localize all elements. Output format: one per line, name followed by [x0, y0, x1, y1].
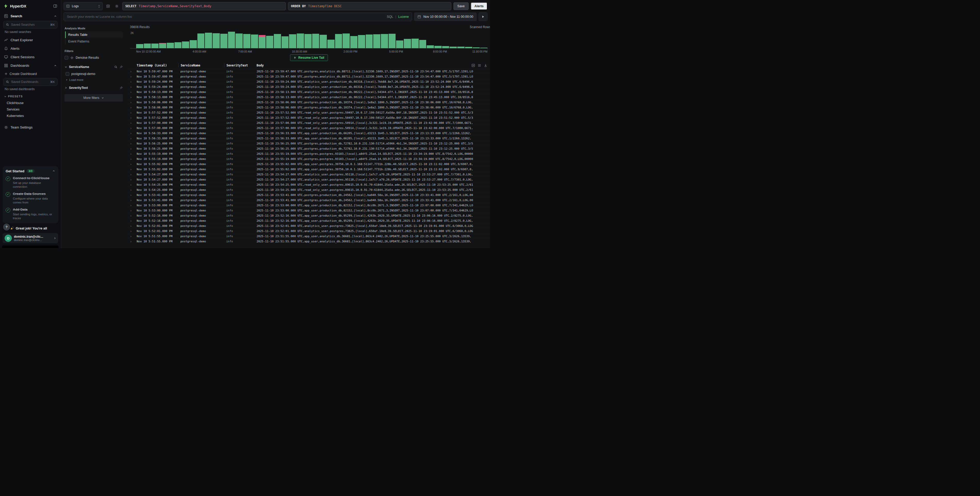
table-row[interactable]: ›Nov 10 5:53:41.000 PMpostgresql-demoinf…: [128, 192, 490, 198]
mode-results-table[interactable]: Results Table: [65, 32, 123, 38]
histogram-bar[interactable]: [213, 32, 220, 48]
histogram-bar[interactable]: [151, 32, 159, 48]
more-filters-button[interactable]: More filters: [65, 94, 123, 102]
date-range-picker[interactable]: Nov 10 00:00:00 - Nov 11 00:00:00: [414, 12, 477, 21]
column-timestamp[interactable]: Timestamp (Local): [135, 63, 178, 67]
row-expand-icon[interactable]: ›: [128, 126, 135, 130]
table-row[interactable]: ›Nov 10 5:56:25.000 PMpostgresql-demoinf…: [128, 146, 490, 151]
histogram-bar[interactable]: [297, 32, 304, 48]
histogram-bar[interactable]: [404, 32, 411, 48]
download-icon[interactable]: [484, 64, 487, 67]
get-started-header[interactable]: Get Started 3/3: [6, 169, 55, 173]
sidebar-item-alerts[interactable]: Alerts: [3, 44, 58, 53]
row-expand-icon[interactable]: ›: [128, 214, 135, 218]
sidebar-item-services[interactable]: Services: [3, 106, 58, 113]
table-row[interactable]: ›Nov 10 5:53:41.000 PMpostgresql-demoinf…: [128, 198, 490, 203]
create-dashboard-button[interactable]: Create Dashboard: [3, 70, 58, 78]
histogram-bar[interactable]: [342, 32, 350, 48]
row-expand-icon[interactable]: ›: [128, 121, 135, 125]
row-expand-icon[interactable]: ›: [128, 147, 135, 151]
sidebar-item-clickhouse[interactable]: ClickHouse: [3, 100, 58, 106]
filter-checkbox[interactable]: [65, 72, 69, 76]
table-row[interactable]: ›Nov 10 5:52:01.000 PMpostgresql-demoinf…: [128, 228, 490, 234]
select-columns-input[interactable]: SELECT Timestamp,ServiceName,SeverityTex…: [122, 2, 286, 10]
row-expand-icon[interactable]: ›: [128, 132, 135, 135]
table-row[interactable]: ›Nov 10 5:58:13.000 PMpostgresql-demoinf…: [128, 94, 490, 100]
table-row[interactable]: ›Nov 10 5:54:27.000 PMpostgresql-demoinf…: [128, 177, 490, 182]
histogram-bar[interactable]: [480, 32, 487, 48]
table-row[interactable]: ›Nov 10 5:55:02.000 PMpostgresql-demoinf…: [128, 161, 490, 167]
user-menu[interactable]: D dominic.tran@clic... dominic.tran@clic…: [3, 233, 58, 243]
table-row[interactable]: ›Nov 10 5:54:27.000 PMpostgresql-demoinf…: [128, 172, 490, 177]
denoise-checkbox[interactable]: [65, 56, 68, 59]
histogram-bar[interactable]: [182, 32, 189, 48]
table-row[interactable]: ›Nov 10 5:58:13.000 PMpostgresql-demoinf…: [128, 89, 490, 94]
row-expand-icon[interactable]: ›: [128, 240, 135, 243]
histogram-bar[interactable]: [190, 32, 197, 48]
event-search-box[interactable]: SQL | Lucene: [64, 12, 412, 21]
pin-icon[interactable]: [120, 86, 123, 89]
histogram-bar[interactable]: [442, 32, 449, 48]
table-row[interactable]: ›Nov 10 5:57:52.000 PMpostgresql-demoinf…: [128, 110, 490, 115]
row-expand-icon[interactable]: ›: [128, 157, 135, 161]
row-expand-icon[interactable]: ›: [128, 219, 135, 223]
filter-group-servicename[interactable]: ServiceName: [65, 63, 123, 70]
table-row[interactable]: ›Nov 10 5:56:33.000 PMpostgresql-demoinf…: [128, 136, 490, 141]
row-density-icon[interactable]: [478, 64, 481, 67]
sidebar-item-team-settings[interactable]: Team Settings: [3, 123, 58, 132]
source-settings-button[interactable]: [113, 3, 120, 10]
source-select[interactable]: Logs: [64, 2, 103, 10]
row-expand-icon[interactable]: ›: [128, 234, 135, 238]
table-row[interactable]: ›Nov 10 5:57:52.000 PMpostgresql-demoinf…: [128, 115, 490, 120]
row-expand-icon[interactable]: ›: [128, 199, 135, 202]
resume-live-tail-button[interactable]: Resume Live Tail: [290, 54, 328, 61]
column-severitytext[interactable]: SeverityText: [224, 63, 255, 67]
search-icon[interactable]: [114, 65, 117, 69]
histogram-bar[interactable]: [358, 32, 365, 48]
order-by-input[interactable]: ORDER BY TimestampTime DESC: [288, 2, 452, 10]
table-row[interactable]: ›Nov 10 5:59:24.000 PMpostgresql-demoinf…: [128, 84, 490, 89]
histogram-bar[interactable]: [175, 32, 182, 48]
table-row[interactable]: ›Nov 10 5:59:47.000 PMpostgresql-demoinf…: [128, 69, 490, 74]
row-expand-icon[interactable]: ›: [128, 163, 135, 166]
histogram-bar[interactable]: [259, 32, 266, 48]
sidebar-item-dashboards[interactable]: Dashboards: [3, 61, 58, 70]
table-row[interactable]: ›Nov 10 5:58:06.000 PMpostgresql-demoinf…: [128, 105, 490, 110]
row-expand-icon[interactable]: ›: [128, 230, 135, 233]
row-expand-icon[interactable]: ›: [128, 193, 135, 197]
histogram-bar[interactable]: [373, 32, 380, 48]
row-expand-icon[interactable]: ›: [128, 80, 135, 84]
histogram-bar[interactable]: [312, 32, 320, 48]
edit-source-button[interactable]: [105, 3, 111, 10]
histogram-bar[interactable]: [350, 32, 358, 48]
table-row[interactable]: ›Nov 10 5:58:06.000 PMpostgresql-demoinf…: [128, 100, 490, 105]
histogram-bar[interactable]: [266, 32, 273, 48]
table-row[interactable]: ›Nov 10 5:55:19.000 PMpostgresql-demoinf…: [128, 156, 490, 161]
histogram-bar[interactable]: [427, 32, 434, 48]
histogram-bar[interactable]: [205, 32, 212, 48]
table-row[interactable]: ›Nov 10 5:59:24.000 PMpostgresql-demoinf…: [128, 79, 490, 84]
histogram-bar[interactable]: [144, 32, 151, 48]
row-expand-icon[interactable]: ›: [128, 224, 135, 228]
row-expand-icon[interactable]: ›: [128, 70, 135, 73]
table-settings-icon[interactable]: [471, 64, 475, 67]
row-expand-icon[interactable]: ›: [128, 178, 135, 182]
presets-section-header[interactable]: PRESETS: [3, 93, 58, 100]
row-expand-icon[interactable]: ›: [128, 75, 135, 78]
row-expand-icon[interactable]: ›: [128, 137, 135, 140]
histogram-bar[interactable]: [412, 32, 419, 48]
table-row[interactable]: ›Nov 10 5:54:25.000 PMpostgresql-demoinf…: [128, 182, 490, 187]
table-row[interactable]: ›Nov 10 5:53:00.000 PMpostgresql-demoinf…: [128, 208, 490, 213]
histogram-bar[interactable]: [197, 32, 205, 48]
histogram-bar[interactable]: [282, 32, 289, 48]
table-row[interactable]: ›Nov 10 5:52:16.000 PMpostgresql-demoinf…: [128, 213, 490, 218]
sidebar-item-client-sessions[interactable]: Client Sessions: [3, 53, 58, 61]
histogram-bar[interactable]: [473, 32, 480, 48]
collapse-sidebar-icon[interactable]: [53, 4, 57, 8]
denoise-results-option[interactable]: Denoise Results: [65, 54, 123, 61]
histogram-bar[interactable]: [243, 32, 250, 48]
histogram-bar[interactable]: [251, 32, 258, 48]
table-row[interactable]: ›Nov 10 5:56:25.000 PMpostgresql-demoinf…: [128, 141, 490, 146]
histogram-bar[interactable]: [228, 32, 235, 48]
histogram-bar[interactable]: [274, 32, 281, 48]
